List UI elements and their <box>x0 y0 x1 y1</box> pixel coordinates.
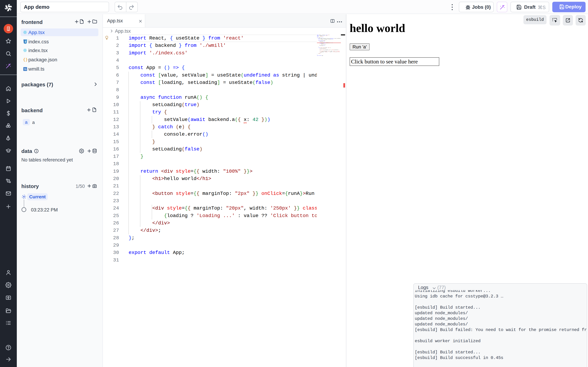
svg-text:TS: TS <box>24 68 26 70</box>
svg-text:3: 3 <box>25 40 26 43</box>
